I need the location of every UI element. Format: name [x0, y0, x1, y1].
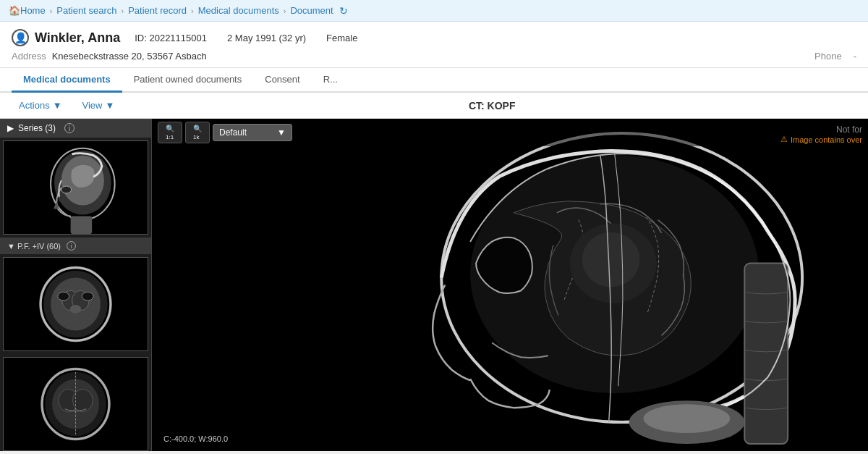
patient-phone: -: [854, 51, 856, 62]
thumbnail-wrapper-1: [0, 138, 151, 237]
breadcrumb-patient-search[interactable]: Patient search: [56, 5, 116, 16]
svg-point-15: [82, 292, 93, 300]
viewer-window-info: C:-400.0; W:960.0: [158, 432, 234, 445]
view-preset-value: Default: [219, 127, 247, 138]
thumbnail-wrapper-3: [0, 354, 151, 451]
breadcrumb-patient-record[interactable]: Patient record: [128, 5, 187, 16]
svg-point-29: [582, 232, 640, 287]
ct-axial-svg-1: [4, 258, 148, 350]
warning-text: Image contains over: [791, 135, 862, 144]
tab-consent[interactable]: Consent: [253, 68, 311, 93]
zoom-1k-button[interactable]: 🔍1k: [185, 122, 210, 143]
series-label: Series (3): [18, 123, 56, 133]
not-for-label: Not for: [780, 125, 862, 135]
tab-patient-owned-documents[interactable]: Patient owned documents: [122, 68, 254, 93]
series-expand-icon: ▶: [7, 123, 14, 133]
breadcrumb-sep-3: ›: [191, 7, 194, 15]
ct-head-svg: [4, 141, 148, 234]
patient-sex: Female: [326, 33, 357, 43]
sub-series-label: ▼ P.F. +IV (60): [7, 242, 61, 251]
thumbnail-3[interactable]: [3, 357, 148, 451]
sub-series-header[interactable]: ▼ P.F. +IV (60) i: [0, 237, 151, 254]
svg-point-12: [70, 305, 82, 314]
breadcrumb-sep-4: ›: [284, 7, 286, 15]
breadcrumb-home[interactable]: Home: [20, 5, 46, 16]
view-preset-dropdown[interactable]: Default ▼: [213, 124, 292, 141]
patient-avatar-icon: 👤: [12, 29, 29, 46]
actions-dropdown-icon: ▼: [53, 100, 62, 111]
view-label: View: [82, 100, 103, 111]
viewer-overlay-top-right: Not for ⚠ Image contains over: [780, 125, 862, 144]
svg-rect-27: [744, 264, 788, 444]
patient-dob: 2 May 1991 (32 yr): [227, 33, 306, 43]
view-dropdown-icon: ▼: [105, 100, 114, 111]
breadcrumb: 🏠 Home › Patient search › Patient record…: [0, 0, 868, 22]
toolbar: Actions ▼ View ▼ CT: KOPF: [0, 93, 868, 119]
refresh-icon[interactable]: ↻: [339, 5, 348, 17]
breadcrumb-sep-1: ›: [50, 7, 53, 15]
tab-medical-documents[interactable]: Medical documents: [12, 68, 122, 93]
thumbnail-1[interactable]: [3, 140, 148, 235]
patient-name: Winkler, Anna: [35, 30, 120, 46]
patient-id: ID: 20221115001: [135, 33, 207, 43]
image-warning: ⚠ Image contains over: [780, 135, 862, 144]
breadcrumb-document[interactable]: Document: [290, 5, 333, 16]
series-header[interactable]: ▶ Series (3) i: [0, 119, 151, 138]
svg-point-31: [644, 404, 731, 433]
viewer-toolbar: 🔍1:1 🔍1k Default ▼: [152, 119, 868, 146]
window-label: C:-400.0; W:960.0: [163, 434, 228, 443]
ct-axial-svg-2: [4, 358, 148, 450]
svg-point-5: [61, 186, 72, 193]
dropdown-arrow-icon: ▼: [277, 127, 286, 138]
address-label: Address: [12, 51, 46, 62]
thumbnail-wrapper-2: [0, 254, 151, 354]
document-title: CT: KOPF: [127, 100, 856, 112]
warning-icon: ⚠: [780, 135, 788, 144]
tab-r[interactable]: R...: [312, 68, 349, 93]
phone-label: Phone: [814, 51, 842, 62]
ct-scan-image: [152, 119, 868, 451]
svg-point-14: [58, 292, 69, 300]
thumbnail-2[interactable]: [3, 257, 148, 351]
left-panel: ▶ Series (3) i: [0, 119, 152, 451]
zoom-fit-button[interactable]: 🔍1:1: [158, 122, 182, 143]
svg-rect-2: [71, 216, 93, 234]
breadcrumb-sep-2: ›: [121, 7, 124, 15]
patient-header: 👤 Winkler, Anna ID: 20221115001 2 May 19…: [0, 22, 868, 68]
viewer-panel: 🔍1:1 🔍1k Default ▼: [152, 119, 868, 451]
home-icon: 🏠: [9, 5, 20, 16]
actions-label: Actions: [19, 100, 50, 111]
patient-address: Knesebeckstrasse 20, 53567 Asbach: [52, 51, 207, 62]
tabs-bar: Medical documents Patient owned document…: [0, 68, 868, 93]
view-button[interactable]: View ▼: [75, 97, 122, 114]
sub-series-info-icon[interactable]: i: [67, 241, 76, 251]
actions-button[interactable]: Actions ▼: [12, 97, 69, 114]
main-content: ▶ Series (3) i: [0, 119, 868, 451]
breadcrumb-medical-documents[interactable]: Medical documents: [198, 5, 279, 16]
series-info-icon[interactable]: i: [64, 123, 75, 133]
